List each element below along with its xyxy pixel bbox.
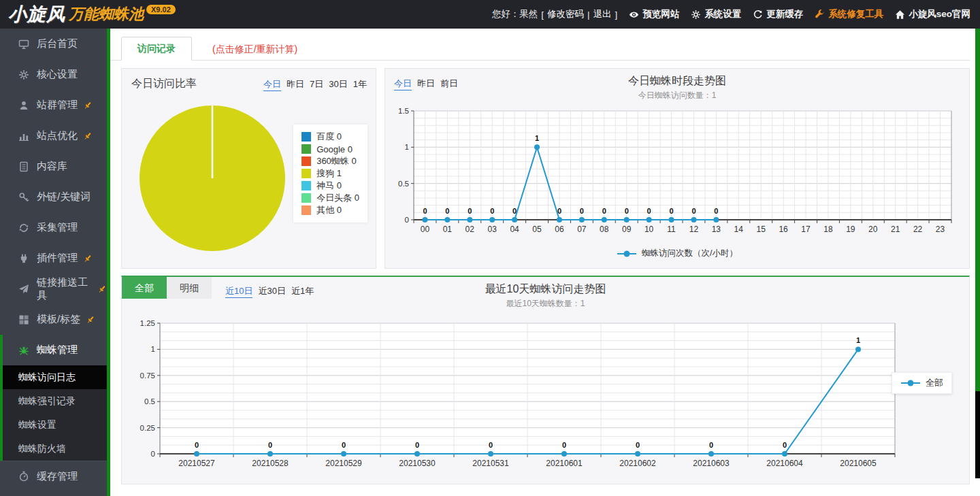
- sidebar-item-label: 插件管理: [37, 252, 78, 265]
- range-option[interactable]: 今日: [263, 78, 281, 91]
- range-option[interactable]: 近30日: [258, 285, 285, 298]
- svg-text:20: 20: [868, 225, 878, 234]
- svg-text:20210531: 20210531: [472, 459, 509, 468]
- svg-text:23: 23: [936, 225, 945, 234]
- svg-text:20210530: 20210530: [399, 459, 436, 468]
- legend-swatch: [301, 156, 311, 166]
- sidebar-subitem-spider-visit-log[interactable]: 蜘蛛访问日志: [3, 365, 107, 389]
- svg-text:1.5: 1.5: [398, 107, 409, 115]
- header-nav-refresh-cache[interactable]: 更新缓存: [753, 8, 803, 20]
- sidebar-item-spider-manage[interactable]: 蜘蛛管理: [3, 335, 107, 365]
- sidebar-subitem-spider-firewall[interactable]: 蜘蛛防火墙: [3, 437, 107, 461]
- svg-text:04: 04: [510, 225, 519, 234]
- range-option[interactable]: 今日: [394, 78, 412, 90]
- range-option[interactable]: 近1年: [291, 285, 314, 298]
- svg-text:0: 0: [445, 207, 449, 215]
- sidebar-item-core-settings[interactable]: 核心设置: [0, 59, 107, 90]
- daily-chart-legend[interactable]: 全部: [892, 372, 952, 394]
- svg-text:0: 0: [562, 441, 566, 449]
- pie-legend-item[interactable]: Google 0: [301, 143, 359, 155]
- sidebar-item-plugin-manage[interactable]: 插件管理: [0, 243, 107, 274]
- daily-trend-chart: 00.250.50.7511.2520210527202105282021052…: [131, 315, 914, 477]
- sidebar-item-dashboard[interactable]: 后台首页: [0, 29, 107, 59]
- bracket-open: [: [541, 10, 544, 20]
- tab-visit-records[interactable]: 访问记录: [121, 37, 192, 61]
- svg-text:0: 0: [691, 207, 696, 215]
- pie-legend-item[interactable]: 百度 0: [301, 131, 359, 143]
- svg-text:20210605: 20210605: [840, 459, 877, 468]
- svg-text:06: 06: [555, 225, 564, 234]
- pie-legend-item[interactable]: 其他 0: [301, 204, 359, 216]
- range-option[interactable]: 30日: [329, 78, 347, 91]
- sidebar-item-links-keywords[interactable]: 外链/关键词: [0, 182, 107, 212]
- pie-legend-label: 搜狗 1: [316, 167, 342, 180]
- sidebar: 后台首页核心设置站群管理站点优化内容库外链/关键词采集管理插件管理链接推送工具模…: [0, 29, 107, 496]
- range-option[interactable]: 7日: [310, 78, 323, 91]
- gear-icon: [691, 10, 701, 20]
- header-nav-repair-tools[interactable]: 系统修复工具: [815, 8, 883, 20]
- range-option[interactable]: 昨日: [417, 78, 435, 90]
- greeting-text: 您好：果然: [492, 8, 538, 20]
- hourly-chart-subtitle: 今日蜘蛛访问数量：1: [385, 90, 969, 101]
- svg-text:14: 14: [734, 225, 744, 234]
- legend-swatch: [301, 181, 311, 191]
- sidebar-item-cache-manage[interactable]: 缓存管理: [0, 461, 107, 491]
- header-nav-preview-site[interactable]: 预览网站: [629, 8, 679, 20]
- user-icon: [18, 100, 29, 111]
- svg-text:01: 01: [443, 225, 453, 234]
- pie-legend-item[interactable]: 今日头条 0: [301, 192, 359, 204]
- pie-legend-item[interactable]: 神马 0: [301, 180, 359, 192]
- header-nav-label: 小旋风seo官网: [909, 8, 970, 20]
- svg-text:20210603: 20210603: [693, 459, 730, 468]
- hourly-chart-legend[interactable]: 蜘蛛访问次数（次/小时）: [385, 248, 969, 259]
- sidebar-item-templates-tags[interactable]: 模板/标签: [0, 304, 107, 335]
- visit-ratio-range-links: 今日昨日7日30日1年: [263, 78, 367, 91]
- pie-legend-label: 其他 0: [316, 204, 342, 216]
- range-option[interactable]: 近10日: [225, 285, 252, 298]
- svg-text:02: 02: [466, 225, 475, 234]
- svg-text:0: 0: [423, 207, 427, 215]
- change-password-link[interactable]: 修改密码: [547, 8, 584, 20]
- svg-text:20210601: 20210601: [546, 459, 583, 468]
- svg-text:0.5: 0.5: [144, 397, 155, 406]
- sidebar-subitem-spider-settings[interactable]: 蜘蛛设置: [3, 413, 107, 437]
- svg-text:22: 22: [913, 225, 923, 234]
- svg-text:1.25: 1.25: [140, 319, 155, 327]
- svg-text:0: 0: [268, 441, 272, 449]
- svg-text:12: 12: [689, 225, 699, 234]
- header-nav-official-site[interactable]: 小旋风seo官网: [895, 8, 970, 20]
- svg-text:0: 0: [490, 207, 494, 215]
- range-option[interactable]: 1年: [353, 78, 367, 91]
- recalculate-note[interactable]: (点击修正/重新计算): [212, 44, 297, 56]
- tab-detail[interactable]: 明细: [167, 277, 212, 299]
- sidebar-item-content-library[interactable]: 内容库: [0, 151, 107, 182]
- sidebar-item-collect-manage[interactable]: 采集管理: [0, 212, 107, 243]
- logout-link[interactable]: 退出: [593, 8, 611, 20]
- hourly-chart-title: 今日蜘蛛时段走势图: [385, 74, 969, 88]
- daily-legend-label: 全部: [926, 377, 943, 389]
- monitor-icon: [18, 39, 29, 50]
- sidebar-item-site-optimize[interactable]: 站点优化: [0, 120, 107, 151]
- pie-legend-label: 百度 0: [316, 131, 342, 143]
- header-nav-system-settings[interactable]: 系统设置: [691, 8, 741, 20]
- sidebar-item-site-group[interactable]: 站群管理: [0, 90, 107, 120]
- svg-text:13: 13: [712, 225, 721, 234]
- pie-legend-item[interactable]: 搜狗 1: [301, 167, 359, 180]
- svg-text:17: 17: [801, 225, 811, 234]
- sidebar-item-link-push-tools[interactable]: 链接推送工具: [0, 274, 107, 304]
- svg-text:0: 0: [195, 441, 199, 449]
- active-menu-group: 蜘蛛管理蜘蛛访问日志蜘蛛强引记录蜘蛛设置蜘蛛防火墙: [0, 335, 107, 461]
- pie-legend-item[interactable]: 360蜘蛛 0: [301, 155, 359, 167]
- spider-icon: [18, 345, 29, 356]
- tab-all[interactable]: 全部: [122, 277, 167, 299]
- svg-text:1: 1: [535, 134, 539, 142]
- range-option[interactable]: 前日: [440, 78, 458, 90]
- sidebar-subitem-spider-force-log[interactable]: 蜘蛛强引记录: [3, 389, 107, 413]
- sync-icon: [18, 222, 29, 233]
- account-area: 您好：果然 [ 修改密码 | 退出 ]: [492, 8, 618, 20]
- svg-text:10: 10: [644, 225, 654, 234]
- plug-icon: [18, 253, 29, 264]
- range-option[interactable]: 昨日: [287, 78, 304, 91]
- pie-legend-label: Google 0: [316, 144, 353, 154]
- header-nav-label: 系统修复工具: [828, 8, 883, 20]
